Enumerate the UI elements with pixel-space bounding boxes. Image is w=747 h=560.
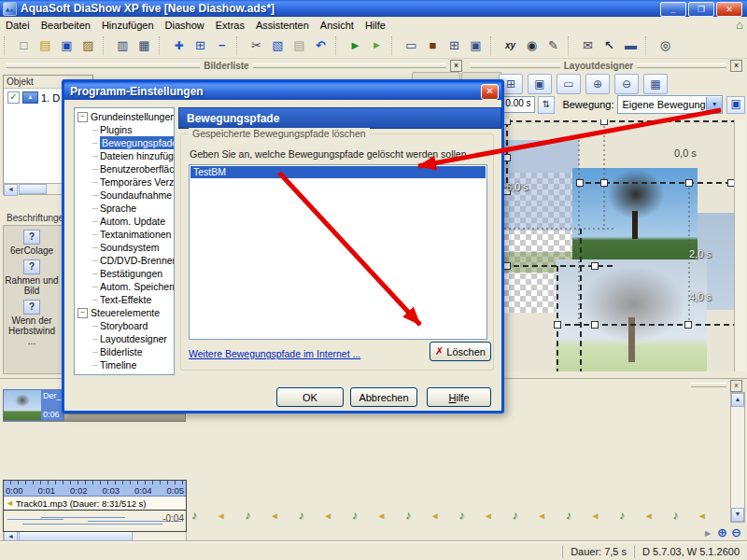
- tree-item-temporaeres-verz[interactable]: Temporäres Verz...: [75, 175, 174, 189]
- scroll-left-icon[interactable]: ◄: [4, 184, 18, 196]
- mail-icon[interactable]: [577, 35, 599, 55]
- zoom-in-icon[interactable]: ⊕: [715, 526, 729, 539]
- menu-assistenten[interactable]: Assistenten: [250, 19, 315, 32]
- bewegung-dropdown[interactable]: Eigene Bewegung ▼: [617, 95, 723, 114]
- tree-item-storyboard[interactable]: Storyboard: [75, 319, 174, 332]
- xy-coords-icon[interactable]: [500, 35, 521, 55]
- project-open-icon[interactable]: [78, 35, 99, 55]
- home-icon[interactable]: ⌂: [736, 18, 743, 32]
- properties-icon[interactable]: ▦: [643, 74, 668, 94]
- tree-item-bewegungspfade[interactable]: Bewegungspfade: [75, 136, 174, 149]
- image-view-icon[interactable]: [401, 35, 422, 55]
- title-bar[interactable]: AquaSoft DiaShow XP five [Neue Diashow.a…: [0, 0, 747, 17]
- fullscreen-monitor-icon[interactable]: [620, 35, 641, 55]
- list-item[interactable]: ? Rahmen und Bild: [4, 259, 60, 296]
- question-icon[interactable]: ?: [23, 259, 40, 274]
- save-motion-path-icon[interactable]: ▣: [726, 96, 745, 114]
- dialog-title-bar[interactable]: Programm-Einstellungen: [64, 82, 501, 100]
- minimize-button[interactable]: _: [660, 2, 686, 17]
- collapse-icon[interactable]: −: [78, 308, 88, 318]
- time-adjust-icon[interactable]: ⇅: [538, 96, 556, 114]
- question-icon[interactable]: ?: [23, 300, 40, 315]
- internet-link[interactable]: Weitere Bewegungspfade im Internet ...: [189, 348, 360, 359]
- add-object-icon[interactable]: ⊕: [585, 74, 610, 94]
- dialog-close-icon[interactable]: ✕: [481, 84, 499, 100]
- add-image-icon[interactable]: [190, 35, 211, 55]
- layoutdesigner-panel-header[interactable]: Layoutdesigner x: [467, 60, 744, 72]
- menu-bearbeiten[interactable]: Bearbeiten: [35, 19, 96, 32]
- tree-item-cd-dvd-brenner[interactable]: CD/DVD-Brenner: [75, 254, 174, 267]
- play-icon[interactable]: [345, 35, 366, 55]
- audio-track-row[interactable]: ◄ Track01.mp3 (Dauer: 8:31/512 s): [4, 497, 186, 511]
- menu-hinzufuegen[interactable]: Hinzufügen: [96, 19, 160, 32]
- layoutdesigner-close-icon[interactable]: x: [730, 60, 742, 72]
- menu-datei[interactable]: Datei: [0, 19, 35, 32]
- scroll-right-icon[interactable]: ▶: [702, 528, 713, 539]
- tree-item-autom-update[interactable]: Autom. Update: [75, 215, 174, 228]
- image-dark-icon[interactable]: [422, 35, 444, 55]
- play-from-here-icon[interactable]: [366, 35, 388, 55]
- open-icon[interactable]: [35, 35, 56, 55]
- scroll-up-icon[interactable]: ▲: [731, 393, 744, 407]
- copy-icon[interactable]: [267, 35, 289, 55]
- motion-path-list[interactable]: TestBM: [189, 164, 487, 340]
- tree-item-bestaetigungen[interactable]: Bestätigungen: [75, 267, 174, 280]
- preview-eye-icon[interactable]: [521, 35, 543, 55]
- tree-item-timeline[interactable]: Timeline: [75, 358, 174, 371]
- menu-ansicht[interactable]: Ansicht: [315, 19, 359, 32]
- canvas-vscrollbar[interactable]: [734, 119, 746, 371]
- tree-item-layoutdesigner[interactable]: Layoutdesigner: [75, 332, 174, 345]
- tree-item-grundeinstellungen[interactable]: −Grundeinstellungen: [75, 110, 174, 123]
- tree-item-steuerelemente[interactable]: −Steuerelemente: [75, 306, 174, 319]
- tree-item-benutzeroberflaeche[interactable]: Benutzeroberfläche: [75, 162, 174, 175]
- edit-pen-icon[interactable]: [543, 35, 564, 55]
- zoom-out-icon[interactable]: ⊖: [729, 526, 743, 539]
- question-icon[interactable]: ?: [23, 230, 40, 245]
- tree-item-soundsystem[interactable]: Soundsystem: [75, 241, 174, 254]
- scroll-down-icon[interactable]: ▼: [731, 508, 744, 522]
- save-icon[interactable]: [56, 35, 78, 55]
- menu-extras[interactable]: Extras: [210, 19, 250, 32]
- bilderliste-close-icon[interactable]: x: [450, 60, 462, 72]
- remove-object-icon[interactable]: ⊖: [614, 74, 639, 94]
- timeline-vscrollbar[interactable]: ▲ ▼: [730, 392, 745, 523]
- cut-icon[interactable]: [246, 35, 267, 55]
- new-icon[interactable]: [13, 35, 35, 55]
- cursor-select-icon[interactable]: [599, 35, 620, 55]
- export-icon[interactable]: [134, 35, 155, 55]
- timeline-ruler[interactable]: 0:00 0:01 0:02 0:03 0:04 0:05: [4, 481, 186, 497]
- undo-icon[interactable]: [310, 35, 331, 55]
- paste-icon[interactable]: [289, 35, 310, 55]
- tab-beschriftungen[interactable]: Beschriftungen: [7, 213, 69, 225]
- tree-item-text-effekte[interactable]: Text-Effekte: [75, 293, 174, 306]
- menu-hilfe[interactable]: Hilfe: [359, 19, 391, 32]
- tree-item-soundaufnahme[interactable]: Soundaufnahme: [75, 189, 174, 202]
- bilderliste-panel-header[interactable]: Bilderliste x: [3, 60, 464, 72]
- abbrechen-button[interactable]: Abbrechen: [350, 387, 417, 407]
- list-item[interactable]: ? Wenn der Herbstwind ...: [4, 300, 60, 346]
- list-item[interactable]: ? 6erColage: [4, 230, 60, 256]
- ok-button[interactable]: OK: [276, 387, 344, 407]
- tree-item-dateien-hinzufuegen[interactable]: Dateien hinzufügen: [75, 149, 174, 162]
- tree-item-bilderliste[interactable]: Bilderliste: [75, 345, 174, 358]
- fit-view-icon[interactable]: [465, 35, 486, 55]
- tree-item-autom-speichern[interactable]: Autom. Speichern: [75, 280, 174, 293]
- remove-icon[interactable]: [211, 35, 233, 55]
- scrollbar-thumb[interactable]: [19, 184, 47, 194]
- caption-icon[interactable]: ▭: [557, 74, 581, 94]
- storyboard-list-icon[interactable]: [112, 35, 134, 55]
- layers-icon[interactable]: ▣: [528, 74, 552, 94]
- grid-view-icon[interactable]: [444, 35, 465, 55]
- menu-diashow[interactable]: Diashow: [160, 19, 210, 32]
- close-button[interactable]: ✕: [716, 2, 742, 17]
- loeschen-button[interactable]: ✗ Löschen: [430, 342, 491, 361]
- timeline-close-icon[interactable]: x: [730, 380, 742, 392]
- hilfe-button[interactable]: Hilfe: [427, 387, 491, 407]
- checkbox-checked-icon[interactable]: ✓: [7, 91, 20, 104]
- layout-canvas[interactable]: 0,0 s 6,0 s 2,0 s 4,0 s: [467, 119, 734, 371]
- collapse-icon[interactable]: −: [78, 112, 88, 122]
- list-item-testbm[interactable]: TestBM: [190, 166, 486, 178]
- audio-track-block[interactable]: 0:00 0:01 0:02 0:03 0:04 0:05 ◄ Track01.…: [3, 480, 187, 532]
- tree-item-sprache[interactable]: Sprache: [75, 202, 174, 215]
- restore-button[interactable]: ❐: [688, 2, 714, 17]
